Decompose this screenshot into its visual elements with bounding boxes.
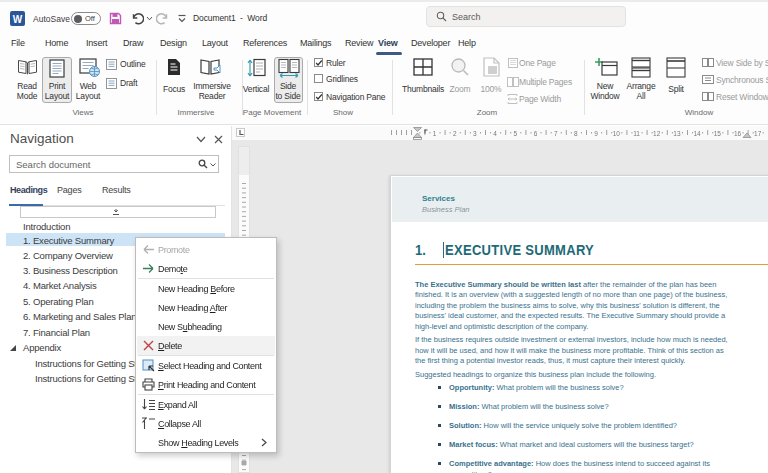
svg-text:W: W	[13, 14, 23, 25]
